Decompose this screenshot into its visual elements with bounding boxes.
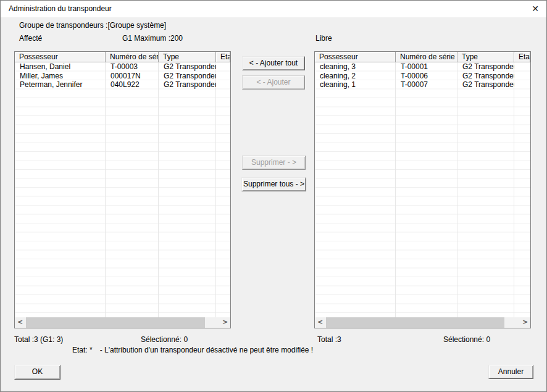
column-header-etat[interactable]: Etat	[514, 52, 530, 62]
transponder-group-label: Groupe de transpondeurs :[Groupe système…	[19, 21, 166, 30]
table-cell: T-00003	[106, 62, 159, 72]
table-cell: cleaning, 2	[315, 72, 396, 81]
footnote-text: - L'attribution d'un transpondeur désact…	[100, 346, 313, 354]
ok-button[interactable]: OK	[14, 365, 61, 380]
scroll-right-icon[interactable]: >	[220, 317, 230, 328]
scrollbar-thumb[interactable]	[326, 317, 504, 328]
free-label: Libre	[315, 34, 332, 43]
table-cell: G2 Transpondeur	[457, 80, 514, 90]
footnote-prefix: Etat: *	[72, 346, 93, 354]
table-cell: 000017N	[106, 72, 159, 81]
free-list-body: cleaning, 3 T-00001 G2 Transpondeur clea…	[315, 62, 530, 317]
assigned-list-body: Hansen, Daniel T-00003 G2 Transpondeur M…	[15, 62, 230, 317]
cancel-button[interactable]: Annuler	[488, 365, 533, 379]
table-row[interactable]: cleaning, 2 T-00006 G2 Transpondeur	[315, 72, 530, 81]
dialog-title: Administration du transpondeur	[9, 4, 112, 13]
table-row[interactable]: cleaning, 1 T-00007 G2 Transpondeur	[315, 80, 530, 90]
table-cell: cleaning, 3	[315, 62, 396, 72]
scroll-right-icon[interactable]: >	[520, 317, 530, 328]
table-cell	[514, 62, 530, 72]
table-cell	[216, 62, 230, 72]
table-row[interactable]: cleaning, 3 T-00001 G2 Transpondeur	[315, 62, 530, 72]
column-header-possesseur[interactable]: Possesseur	[315, 52, 396, 62]
assigned-list-header: Possesseur Numéro de série Type Etat	[15, 52, 230, 62]
column-header-etat[interactable]: Etat	[216, 52, 230, 62]
table-cell	[216, 80, 230, 90]
assigned-label: Affecté	[19, 34, 42, 43]
table-cell: Peterman, Jennifer	[15, 80, 106, 90]
table-cell: T-00006	[396, 72, 457, 81]
column-header-type[interactable]: Type	[159, 52, 216, 62]
column-header-type[interactable]: Type	[457, 52, 514, 62]
add-button[interactable]: < - Ajouter	[242, 75, 305, 90]
g1-maximum-label: G1 Maximum :200	[122, 34, 183, 43]
table-row[interactable]: Peterman, Jennifer 040L922 G2 Transponde…	[15, 80, 230, 90]
free-selected-count: Sélectionné: 0	[443, 335, 490, 344]
scrollbar-thumb[interactable]	[26, 317, 205, 328]
table-cell: T-00001	[396, 62, 457, 72]
table-cell: T-00007	[396, 80, 457, 90]
table-row[interactable]: Miller, James 000017N G2 Transpondeur	[15, 72, 230, 81]
table-cell: Miller, James	[15, 72, 106, 81]
free-total: Total :3	[317, 335, 341, 344]
column-header-possesseur[interactable]: Possesseur	[15, 52, 106, 62]
table-cell: G2 Transpondeur	[159, 62, 216, 72]
table-cell	[514, 72, 530, 81]
close-icon[interactable]: ✕	[528, 2, 542, 15]
free-list: Possesseur Numéro de série Type Etat cle…	[314, 51, 531, 328]
remove-button[interactable]: Supprimer - >	[242, 156, 306, 170]
table-cell: G2 Transpondeur	[159, 72, 216, 81]
table-cell: G2 Transpondeur	[159, 80, 216, 90]
column-header-numero-serie[interactable]: Numéro de série	[396, 52, 457, 62]
table-cell	[216, 72, 230, 81]
assigned-total: Total :3 (G1: 3)	[14, 335, 63, 344]
table-row[interactable]: Hansen, Daniel T-00003 G2 Transpondeur	[15, 62, 230, 72]
add-all-button[interactable]: < - Ajouter tout	[242, 56, 305, 70]
status-footnote: Etat: * - L'attribution d'un transpondeu…	[72, 346, 313, 354]
assigned-selected-count: Sélectionné: 0	[141, 335, 188, 344]
table-cell: cleaning, 1	[315, 80, 396, 90]
transponder-admin-dialog: Administration du transpondeur ✕ Groupe …	[0, 0, 547, 392]
free-horizontal-scrollbar[interactable]: < >	[315, 317, 530, 328]
table-cell: G2 Transpondeur	[457, 72, 514, 81]
assigned-list: Possesseur Numéro de série Type Etat Han…	[14, 51, 231, 328]
column-header-numero-serie[interactable]: Numéro de série	[106, 52, 159, 62]
table-cell: Hansen, Daniel	[15, 62, 106, 72]
table-cell	[514, 80, 530, 90]
scroll-left-icon[interactable]: <	[15, 317, 25, 328]
remove-all-button[interactable]: Supprimer tous - >	[241, 177, 306, 191]
title-bar: Administration du transpondeur ✕	[1, 1, 546, 17]
table-cell: 040L922	[106, 80, 159, 90]
assigned-horizontal-scrollbar[interactable]: < >	[15, 317, 230, 328]
free-list-header: Possesseur Numéro de série Type Etat	[315, 52, 530, 62]
table-cell: G2 Transpondeur	[457, 62, 514, 72]
scroll-left-icon[interactable]: <	[315, 317, 325, 328]
